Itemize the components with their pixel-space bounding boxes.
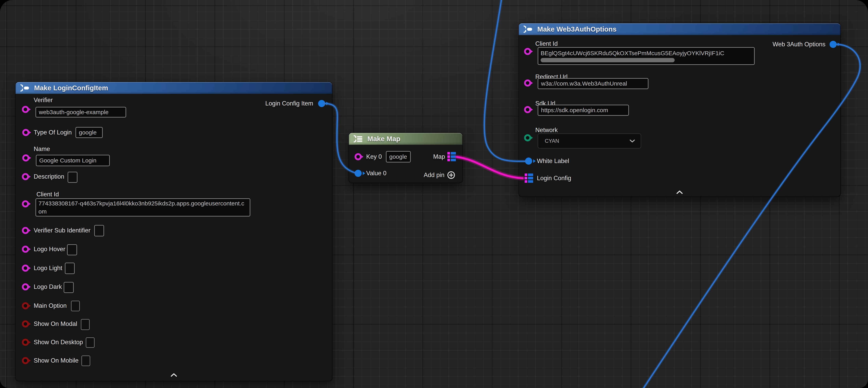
verifier-sub-identifier-input[interactable] xyxy=(94,225,104,236)
main-option-label: Main Option xyxy=(34,302,67,309)
verifier-pin[interactable] xyxy=(22,106,29,113)
logo-hover-input[interactable] xyxy=(67,244,77,255)
description-pin[interactable] xyxy=(22,173,29,180)
client-id-label: Client Id xyxy=(36,191,59,198)
description-input[interactable] xyxy=(68,172,78,183)
node-header-make-map[interactable]: Make Map xyxy=(349,133,462,145)
type-of-login-pin[interactable] xyxy=(22,129,29,136)
sdk-url-pin[interactable] xyxy=(524,106,531,113)
verifier-input[interactable]: web3auth-google-example xyxy=(35,107,126,118)
blueprint-graph-canvas[interactable]: Make LoginConfigItem Login Config Item V… xyxy=(0,0,868,388)
make-map-icon xyxy=(353,135,364,143)
type-of-login-label: Type Of Login xyxy=(34,129,72,136)
logo-light-label: Logo Light xyxy=(34,265,62,272)
show-on-desktop-label: Show On Desktop xyxy=(34,339,83,346)
client-id-pin[interactable] xyxy=(22,200,29,207)
redirect-url-pin[interactable] xyxy=(524,80,531,87)
collapse-chevron-icon[interactable] xyxy=(170,373,177,377)
node-title: Make Map xyxy=(367,135,400,143)
node-header-make-loginconfigitem[interactable]: Make LoginConfigItem xyxy=(16,82,332,94)
network-selected-value: CYAN xyxy=(545,138,559,144)
show-on-modal-pin[interactable] xyxy=(22,320,29,327)
login-config-pin-icon[interactable] xyxy=(525,174,533,183)
logo-hover-pin[interactable] xyxy=(22,246,29,253)
map-output-pin-icon[interactable] xyxy=(447,152,456,161)
make-struct-icon xyxy=(20,84,30,92)
node-make-map[interactable]: Make Map Key 0 google Map Value 0 Add pi… xyxy=(349,133,462,183)
output-pin-label: Login Config Item xyxy=(265,100,313,107)
network-pin[interactable] xyxy=(524,134,531,141)
collapse-chevron-icon[interactable] xyxy=(676,190,683,194)
value-0-label: Value 0 xyxy=(366,170,386,177)
network-label: Network xyxy=(535,126,558,134)
network-dropdown[interactable]: CYAN xyxy=(538,133,641,148)
show-on-modal-label: Show On Modal xyxy=(34,320,77,327)
node-header-make-web3authoptions[interactable]: Make Web3AuthOptions xyxy=(519,23,840,35)
main-option-checkbox[interactable] xyxy=(71,301,80,311)
name-pin[interactable] xyxy=(22,154,29,161)
logo-hover-label: Logo Hover xyxy=(34,246,65,253)
sdk-url-input[interactable]: https://sdk.openlogin.com xyxy=(538,105,629,116)
main-option-pin[interactable] xyxy=(22,302,29,309)
logo-light-pin[interactable] xyxy=(22,265,29,272)
redirect-url-input[interactable]: w3a://com.w3a.Web3AuthUnreal xyxy=(538,78,648,89)
key-0-pin[interactable] xyxy=(354,153,362,160)
client-id-input[interactable]: BEglQSgt4cUWcj6SKRdu5QkOXTsePmMcusG5EAoy… xyxy=(538,47,755,65)
logo-dark-label: Logo Dark xyxy=(34,283,62,290)
show-on-desktop-checkbox[interactable] xyxy=(86,337,95,348)
show-on-mobile-checkbox[interactable] xyxy=(82,355,90,366)
node-title: Make LoginConfigItem xyxy=(34,84,108,92)
client-id-label: Client Id xyxy=(535,40,558,47)
name-input[interactable]: Google Custom Login xyxy=(36,155,110,166)
logo-dark-input[interactable] xyxy=(64,282,74,293)
node-make-loginconfigitem[interactable]: Make LoginConfigItem Login Config Item V… xyxy=(16,82,332,381)
show-on-desktop-pin[interactable] xyxy=(22,339,29,346)
show-on-mobile-pin[interactable] xyxy=(22,357,29,364)
chevron-down-icon xyxy=(629,139,635,143)
client-id-input[interactable]: 774338308167-q463s7kpvja16l4l0kko3nb925i… xyxy=(35,198,250,216)
show-on-mobile-label: Show On Mobile xyxy=(34,357,79,364)
add-pin-label[interactable]: Add pin xyxy=(424,172,444,179)
verifier-sub-identifier-pin[interactable] xyxy=(22,227,29,234)
make-struct-icon xyxy=(523,25,533,33)
show-on-modal-checkbox[interactable] xyxy=(81,319,90,330)
client-id-pin[interactable] xyxy=(524,48,531,55)
login-config-label: Login Config xyxy=(537,175,571,182)
logo-light-input[interactable] xyxy=(65,263,75,274)
key-0-input[interactable]: google xyxy=(386,151,411,162)
client-id-value: BEglQSgt4cUWcj6SKRdu5QkOXTsePmMcusG5EAoy… xyxy=(540,50,724,56)
name-label: Name xyxy=(34,146,50,153)
logo-dark-pin[interactable] xyxy=(22,283,29,290)
client-id-scrollbar[interactable] xyxy=(540,58,675,62)
type-of-login-input[interactable]: google xyxy=(75,127,103,138)
verifier-label: Verifier xyxy=(34,97,53,104)
map-output-label: Map xyxy=(433,153,445,160)
add-pin-icon[interactable] xyxy=(446,171,456,180)
verifier-sub-identifier-label: Verifier Sub Identifier xyxy=(34,227,90,234)
node-title: Make Web3AuthOptions xyxy=(537,25,617,33)
key-0-label: Key 0 xyxy=(366,153,382,160)
white-label-label: White Label xyxy=(537,157,569,165)
description-label: Description xyxy=(34,173,64,180)
output-pin-label: Web 3Auth Options xyxy=(773,41,826,48)
